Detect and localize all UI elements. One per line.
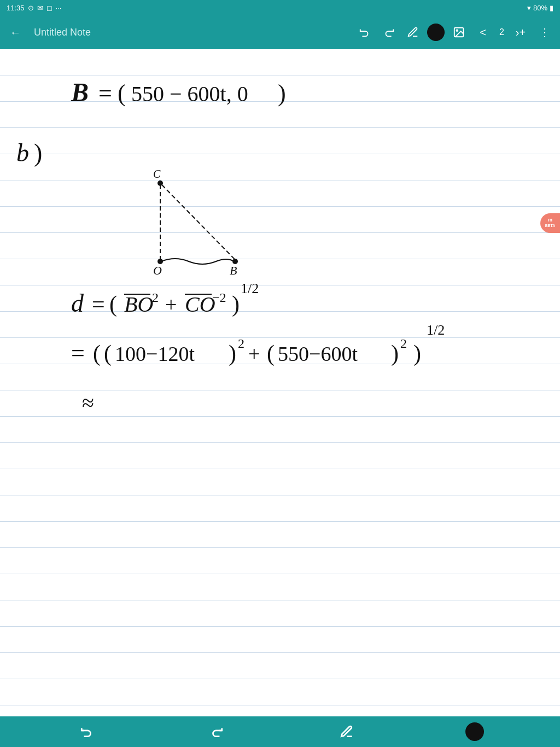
svg-text:(: ( — [109, 291, 117, 317]
svg-line-12 — [162, 185, 235, 260]
color-picker[interactable] — [427, 24, 445, 41]
toolbar: ← Untitled Note < 2 ›+ ⋮ — [0, 15, 560, 49]
battery-icon: ▮ — [550, 4, 553, 12]
wifi-icon: ▾ — [527, 4, 531, 12]
note-title: Untitled Note — [34, 27, 351, 38]
bottom-toolbar — [0, 716, 560, 747]
label-b: b ) — [16, 139, 42, 167]
equation-expansion: = ( ( 100−120t ) 2 + ( 550−600t ) 2 ) 1/… — [71, 322, 445, 366]
undo-button[interactable] — [355, 22, 375, 42]
note-area[interactable]: mBETA B = ( 550 − 600t, 0 ) b ) C — [0, 49, 560, 716]
prev-page-button[interactable]: < — [473, 22, 493, 42]
handwriting-canvas: B = ( 550 − 600t, 0 ) b ) C — [0, 49, 560, 716]
svg-text:100−120t: 100−120t — [115, 342, 195, 365]
status-dots: ··· — [56, 4, 62, 12]
svg-text:): ) — [278, 80, 286, 107]
svg-text:−2: −2 — [212, 290, 226, 305]
lined-paper: mBETA B = ( 550 − 600t, 0 ) b ) C — [0, 49, 560, 716]
svg-text:≈: ≈ — [82, 390, 94, 415]
svg-text:): ) — [34, 139, 42, 167]
status-bar: 11:35 ⊙ ✉ ◻ ··· ▾ 80% ▮ — [0, 0, 560, 15]
approx-line: ≈ — [82, 390, 94, 415]
status-time: 11:35 — [7, 4, 25, 12]
image-button[interactable] — [449, 22, 469, 42]
bottom-redo-button[interactable] — [206, 721, 228, 743]
svg-text:d: d — [71, 289, 84, 317]
page-number: 2 — [497, 27, 506, 37]
back-button[interactable]: ← — [5, 22, 25, 42]
status-icon-email: ✉ — [37, 4, 43, 12]
svg-text:): ) — [391, 341, 399, 366]
redo-button[interactable] — [379, 22, 399, 42]
svg-text:(: ( — [118, 80, 126, 107]
equation-b: B = ( 550 − 600t, 0 ) — [71, 78, 286, 107]
svg-text:): ) — [229, 341, 236, 366]
svg-text:=: = — [92, 291, 105, 317]
svg-text:550 − 600t, 0: 550 − 600t, 0 — [131, 81, 248, 106]
svg-point-1 — [457, 30, 458, 31]
svg-text:C: C — [153, 168, 161, 180]
add-page-button[interactable]: ›+ — [511, 22, 530, 42]
bottom-pen-button[interactable] — [336, 721, 358, 743]
battery-text: 80% — [533, 4, 547, 12]
svg-text:O: O — [153, 264, 162, 277]
status-left: 11:35 ⊙ ✉ ◻ ··· — [7, 4, 61, 12]
svg-text:550−600t: 550−600t — [278, 342, 358, 365]
svg-text:=: = — [71, 340, 85, 366]
pen-button[interactable] — [403, 22, 423, 42]
equation-d: d = ( BO 2 + CO −2 ) 1/2 — [71, 281, 259, 317]
svg-text:(: ( — [93, 341, 101, 366]
svg-text:b: b — [16, 139, 29, 167]
triangle-diagram: C O B — [153, 168, 238, 277]
bottom-color-picker[interactable] — [465, 722, 484, 741]
svg-text:2: 2 — [238, 336, 244, 351]
svg-text:B: B — [71, 78, 89, 107]
svg-text:BO: BO — [124, 292, 153, 317]
status-right: ▾ 80% ▮ — [527, 4, 553, 12]
status-icon-file: ◻ — [46, 4, 52, 12]
svg-text:1/2: 1/2 — [241, 281, 259, 296]
status-icon-notification: ⊙ — [28, 4, 34, 12]
svg-text:=: = — [98, 80, 112, 107]
svg-text:(: ( — [104, 341, 112, 366]
svg-text:(: ( — [267, 341, 275, 366]
bottom-undo-button[interactable] — [76, 721, 98, 743]
svg-text:): ) — [232, 291, 240, 317]
svg-text:): ) — [413, 341, 421, 366]
svg-text:+: + — [165, 293, 177, 316]
svg-text:+: + — [248, 342, 260, 365]
more-options-button[interactable]: ⋮ — [535, 22, 555, 42]
svg-text:2: 2 — [152, 290, 159, 305]
svg-text:2: 2 — [400, 336, 407, 351]
svg-text:1/2: 1/2 — [427, 322, 445, 338]
svg-text:B: B — [230, 264, 237, 277]
svg-text:CO: CO — [185, 292, 215, 317]
